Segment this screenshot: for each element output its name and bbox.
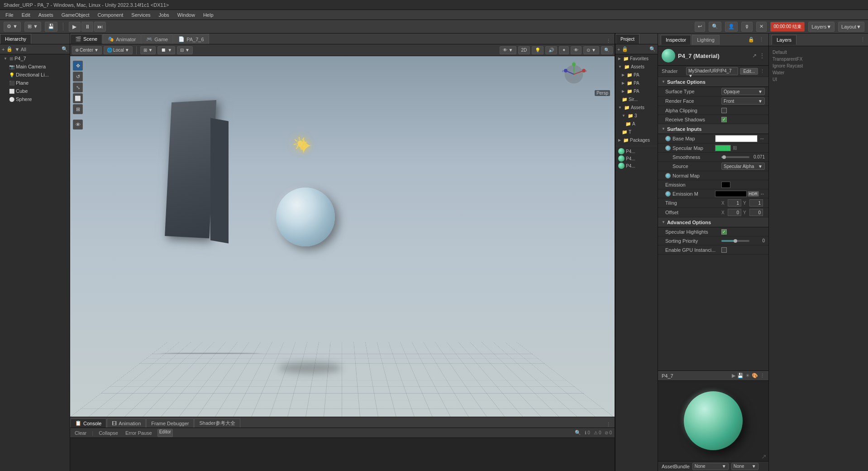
project-lock-btn[interactable]: 🔒 xyxy=(622,46,628,52)
advanced-options-header[interactable]: ▼ Advanced Options xyxy=(658,217,768,227)
project-favorites[interactable]: ▶ 📁 Favorites xyxy=(615,54,658,62)
preview-light-btn[interactable]: ☀ xyxy=(745,373,750,379)
scene-visibility-btn[interactable]: 👁 xyxy=(571,46,582,54)
gpu-instancing-checkbox[interactable] xyxy=(721,247,727,253)
hierarchy-tab[interactable]: Hierarchy xyxy=(0,34,31,44)
viewport[interactable]: ✦ ☀ Y X xyxy=(70,56,615,417)
hierarchy-item-cube[interactable]: ⬜ Cube xyxy=(0,87,70,95)
shader-edit-btn[interactable]: Edit... xyxy=(740,68,758,75)
undo-btn[interactable]: ↩ xyxy=(695,22,705,32)
mic-btn[interactable]: 🎙 xyxy=(741,22,753,32)
project-packages[interactable]: ▶ 📁 Packages xyxy=(615,136,658,144)
preview-play-btn[interactable]: ▶ xyxy=(732,373,735,379)
local-toggle[interactable]: 🌐 Local ▼ xyxy=(104,46,133,54)
menu-file[interactable]: File xyxy=(2,11,17,19)
smoothness-thumb[interactable] xyxy=(722,155,726,159)
receive-shadows-checkbox[interactable]: ✓ xyxy=(721,117,727,122)
align-btn[interactable]: ⊟ ▼ xyxy=(177,46,193,54)
hierarchy-item-sphere[interactable]: ⚪ Sphere xyxy=(0,95,70,103)
project-tab[interactable]: Project xyxy=(615,34,639,44)
material-open-btn[interactable]: ↗ xyxy=(752,53,757,59)
view-options-btn[interactable]: 👁 ▼ xyxy=(500,46,516,54)
scene-tab[interactable]: 🎬 Scene xyxy=(70,34,102,44)
lighting-tab[interactable]: Lighting xyxy=(692,35,720,45)
step-button[interactable]: ⏭ xyxy=(94,22,106,32)
surface-options-header[interactable]: ▼ Surface Options xyxy=(658,77,768,87)
toolbar-layout-btn[interactable]: ⊞ ▼ xyxy=(24,22,41,32)
search-scene-btn[interactable]: 🔍 xyxy=(601,46,613,54)
scale-tool[interactable]: ⤡ xyxy=(73,82,83,92)
layers-btn[interactable]: Layers ▼ xyxy=(808,22,835,32)
specular-highlights-checkbox[interactable]: ✓ xyxy=(721,229,727,235)
clear-btn[interactable]: Clear xyxy=(73,430,88,436)
inspector-tab[interactable]: Inspector xyxy=(661,35,691,45)
error-pause-btn[interactable]: Error Pause xyxy=(124,430,154,436)
scene-gizmo[interactable]: Y X Z xyxy=(560,61,587,88)
emission-hdr-color[interactable] xyxy=(715,191,747,197)
project-assets2[interactable]: ▼ 📁 Assets xyxy=(615,103,658,111)
menu-edit[interactable]: Edit xyxy=(18,11,34,19)
hierarchy-item-camera[interactable]: 📷 Main Camera xyxy=(0,62,70,71)
shader-dropdown[interactable]: MyShader/URP/P4_7 ▼ xyxy=(686,67,738,75)
2d-btn[interactable]: 2D xyxy=(518,46,530,54)
scene-more-btn[interactable]: ⋮ xyxy=(602,38,615,44)
rotate-tool[interactable]: ↺ xyxy=(73,72,83,82)
view-tool[interactable]: 👁 xyxy=(73,120,83,130)
base-map-expand-btn[interactable]: ↔ xyxy=(759,135,765,142)
project-t[interactable]: 📁 T xyxy=(615,128,658,136)
move-tool[interactable]: ✥ xyxy=(73,61,83,71)
close-btn[interactable]: ✕ xyxy=(756,22,767,32)
animator-tab[interactable]: 🎭 Animator xyxy=(103,34,141,44)
menu-assets[interactable]: Assets xyxy=(35,11,57,19)
animation-tab[interactable]: 🎞 Animation xyxy=(107,418,146,428)
fx-btn[interactable]: ✦ xyxy=(559,46,569,54)
asset-item-3[interactable]: P4... xyxy=(618,163,655,169)
surface-inputs-header[interactable]: ▼ Surface Inputs xyxy=(658,124,768,134)
console-tab[interactable]: 📋 Console xyxy=(70,418,106,428)
game-tab[interactable]: 🎮 Game xyxy=(141,34,173,44)
rect-tool[interactable]: ⬜ xyxy=(73,93,83,103)
menu-window[interactable]: Window xyxy=(174,11,199,19)
project-3[interactable]: ▼ 📁 3 xyxy=(615,111,658,120)
shader-ref-tab[interactable]: Shader参考大全 xyxy=(194,418,240,428)
frame-debugger-tab[interactable]: Frame Debugger xyxy=(146,418,194,428)
project-search-btn[interactable]: 🔍 xyxy=(649,46,656,52)
emission-expand-btn[interactable]: ↔ xyxy=(760,191,765,197)
center-toggle[interactable]: ⊕ Center ▼ xyxy=(72,46,102,54)
preview-color-btn[interactable]: 🎨 xyxy=(752,373,758,379)
inspector-lock-btn[interactable]: 🔒 xyxy=(746,37,756,43)
hierarchy-item-plane[interactable]: ⬛ Plane xyxy=(0,79,70,87)
console-search-btn[interactable]: 🔍 xyxy=(575,430,581,436)
sorting-priority-track[interactable] xyxy=(721,240,749,242)
light-toggle-btn[interactable]: 💡 xyxy=(532,46,544,54)
source-dropdown[interactable]: Specular Alpha ▼ xyxy=(721,163,765,170)
asset-bundle-dropdown[interactable]: None ▼ xyxy=(692,463,729,470)
collapse-btn[interactable]: Collapse xyxy=(97,430,120,436)
menu-jobs[interactable]: Jobs xyxy=(155,11,173,19)
asset-item-1[interactable]: P4... xyxy=(618,148,655,154)
menu-help[interactable]: Help xyxy=(200,11,217,19)
project-a[interactable]: 📁 A xyxy=(615,120,658,128)
sorting-priority-thumb[interactable] xyxy=(734,239,737,243)
menu-services[interactable]: Services xyxy=(128,11,154,19)
project-sir[interactable]: 📁 Sir... xyxy=(615,95,658,103)
smoothness-track[interactable] xyxy=(721,156,749,158)
asset-bundle-variant-dropdown[interactable]: None ▼ xyxy=(731,463,758,470)
base-map-texture[interactable] xyxy=(715,135,758,142)
editor-dropdown[interactable]: Editor xyxy=(157,429,173,437)
combined-tool[interactable]: ⊞ xyxy=(73,104,83,114)
toolbar-save-btn[interactable]: 💾 xyxy=(45,22,57,32)
pause-button[interactable]: ⏸ xyxy=(81,22,93,32)
tiling-x-input[interactable] xyxy=(728,199,741,207)
shader-menu-btn[interactable]: ⋮ xyxy=(760,68,765,74)
preview-more-btn[interactable]: ⋮ xyxy=(760,373,765,379)
material-settings-btn[interactable]: ⋮ xyxy=(759,53,765,59)
hierarchy-item-light[interactable]: 💡 Directional Li... xyxy=(0,71,70,79)
surface-type-dropdown[interactable]: Opaque ▼ xyxy=(721,88,765,95)
account-btn[interactable]: 👤 xyxy=(725,22,738,32)
menu-gameobject[interactable]: GameObject xyxy=(58,11,93,19)
search-btn[interactable]: 🔍 xyxy=(709,22,721,32)
emission-color-swatch[interactable] xyxy=(721,182,730,188)
layout-btn[interactable]: Layout ▼ xyxy=(838,22,864,32)
toolbar-options-btn[interactable]: ⚙ ▼ xyxy=(4,22,21,32)
